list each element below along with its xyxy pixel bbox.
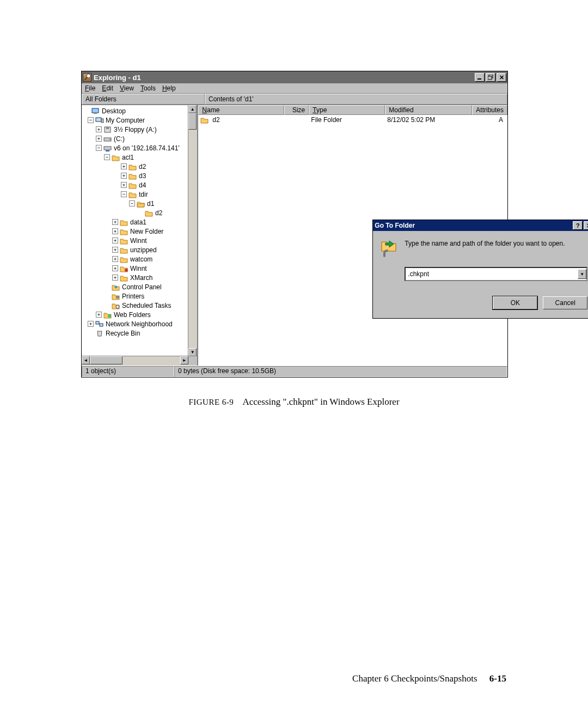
expander-icon[interactable]: + — [96, 136, 102, 142]
tree-scrollbar-vertical[interactable]: ▲ ▼ — [188, 105, 197, 356]
scroll-left-button[interactable]: ◄ — [82, 356, 90, 364]
tree-mycomputer[interactable]: −My Computer — [84, 115, 197, 125]
expander-icon[interactable]: − — [96, 145, 102, 151]
tree-printers[interactable]: Printers — [84, 291, 197, 301]
expander-icon[interactable]: + — [96, 126, 102, 132]
col-attributes[interactable]: Attributes — [472, 105, 507, 115]
expander-icon[interactable]: + — [112, 256, 118, 262]
col-modified[interactable]: Modified — [385, 105, 472, 115]
tree-controlpanel[interactable]: Control Panel — [84, 282, 197, 291]
expander-icon[interactable]: + — [88, 321, 94, 327]
folder-icon — [128, 172, 137, 180]
close-button[interactable]: ✕ — [497, 73, 506, 82]
folder-icon — [120, 265, 128, 272]
scroll-thumb[interactable] — [90, 356, 122, 364]
menu-bar: File Edit View Tools Help — [82, 83, 507, 94]
tree-floppy[interactable]: +3½ Floppy (A:) — [84, 125, 197, 134]
tree-d1[interactable]: −d1 — [84, 199, 197, 208]
scroll-down-button[interactable]: ▼ — [188, 348, 197, 356]
expander-icon[interactable]: − — [129, 200, 135, 206]
folder-icon — [120, 255, 128, 263]
cancel-button[interactable]: Cancel — [543, 296, 587, 309]
help-button[interactable]: ? — [573, 221, 583, 230]
col-type[interactable]: Type — [309, 105, 385, 115]
expander-icon[interactable]: + — [96, 312, 102, 318]
status-freespace: 0 bytes (Disk free space: 10.5GB) — [174, 366, 507, 377]
right-pane-header: Contents of 'd1' — [205, 94, 507, 105]
menu-view[interactable]: View — [120, 84, 134, 92]
svg-rect-7 — [96, 118, 101, 121]
tree-d3[interactable]: +d3 — [84, 171, 197, 180]
ok-button[interactable]: OK — [493, 296, 537, 309]
folder-path-input[interactable] — [406, 270, 578, 278]
tree-scrollbar-horizontal[interactable]: ◄ ► — [82, 356, 197, 366]
combo-dropdown-button[interactable]: ▼ — [578, 269, 586, 279]
scroll-thumb[interactable] — [188, 113, 197, 130]
expander-icon[interactable]: − — [121, 191, 127, 197]
recycle-bin-icon — [95, 330, 104, 337]
expander-icon[interactable]: + — [112, 238, 118, 244]
tree-d2[interactable]: +d2 — [84, 162, 197, 171]
figure-number: FIGURE 6-9 — [188, 398, 234, 406]
svg-rect-13 — [104, 147, 111, 150]
svg-point-14 — [125, 269, 128, 272]
expander-icon[interactable]: + — [112, 247, 118, 253]
tree-unzipped[interactable]: +unzipped — [84, 245, 197, 254]
status-objects: 1 object(s) — [82, 366, 174, 377]
tree-cdrive[interactable]: +(C:) — [84, 134, 197, 143]
web-folders-icon — [103, 311, 112, 319]
chapter-label: Chapter 6 Checkpoints/Snapshots — [352, 673, 477, 684]
computer-icon — [95, 117, 104, 124]
tree-data1[interactable]: +data1 — [84, 217, 197, 227]
goto-folder-dialog: Go To Folder ? ✕ — [372, 220, 588, 319]
explorer-icon — [83, 73, 91, 82]
menu-help[interactable]: Help — [162, 84, 176, 92]
desktop-icon — [91, 107, 100, 115]
col-size[interactable]: Size — [284, 105, 309, 115]
tree-xmarch[interactable]: +XMarch — [84, 273, 197, 282]
folder-path-combo[interactable]: ▼ — [405, 267, 587, 281]
expander-icon[interactable]: − — [88, 117, 94, 123]
tree-network[interactable]: +Network Neighborhood — [84, 319, 197, 328]
svg-rect-4 — [488, 76, 492, 80]
svg-rect-15 — [116, 296, 119, 299]
tree-newfolder[interactable]: +New Folder — [84, 227, 197, 236]
expander-icon[interactable]: + — [112, 228, 118, 234]
expander-icon[interactable]: + — [121, 182, 127, 188]
close-button[interactable]: ✕ — [584, 221, 588, 230]
list-item[interactable]: d2 File Folder 8/12/02 5:02 PM A — [198, 115, 507, 124]
tree-webfolders[interactable]: +Web Folders — [84, 310, 197, 319]
status-bar: 1 object(s) 0 bytes (Disk free space: 10… — [82, 366, 507, 377]
restore-button[interactable] — [486, 73, 495, 82]
file-list-pane: Name Size Type Modified Attributes d2 Fi… — [198, 105, 507, 366]
menu-edit[interactable]: Edit — [102, 84, 113, 92]
folder-icon — [120, 237, 128, 245]
tree-winnt[interactable]: +Winnt — [84, 236, 197, 245]
expander-icon[interactable]: + — [112, 219, 118, 225]
expander-icon[interactable]: + — [112, 275, 118, 281]
expander-icon[interactable]: + — [121, 163, 127, 169]
tree-d2b[interactable]: d2 — [84, 208, 197, 217]
menu-tools[interactable]: Tools — [140, 84, 156, 92]
menu-file[interactable]: File — [85, 84, 95, 92]
tree-recycle[interactable]: Recycle Bin — [84, 328, 197, 338]
dialog-title: Go To Folder — [375, 222, 572, 229]
expander-icon[interactable]: + — [121, 173, 127, 179]
col-name[interactable]: Name — [198, 105, 284, 115]
tree-netdrive[interactable]: −v6 on '192.168.74.141' — [84, 143, 197, 153]
tree-desktop[interactable]: Desktop — [84, 106, 197, 115]
tree-winnt2[interactable]: +Winnt — [84, 264, 197, 273]
expander-icon[interactable]: + — [112, 265, 118, 271]
tree-scheduled[interactable]: Scheduled Tasks — [84, 301, 197, 310]
svg-line-1 — [85, 77, 87, 80]
expander-icon[interactable]: − — [104, 154, 110, 160]
tree-watcom[interactable]: +watcom — [84, 254, 197, 264]
scroll-right-button[interactable]: ► — [180, 356, 188, 364]
folder-icon — [128, 181, 137, 189]
scroll-up-button[interactable]: ▲ — [188, 105, 197, 113]
minimize-button[interactable] — [475, 73, 485, 82]
tree-acl1[interactable]: −acl1 — [84, 153, 197, 162]
folder-icon — [128, 163, 137, 171]
tree-d4[interactable]: +d4 — [84, 180, 197, 190]
tree-tdir[interactable]: −tdir — [84, 190, 197, 199]
